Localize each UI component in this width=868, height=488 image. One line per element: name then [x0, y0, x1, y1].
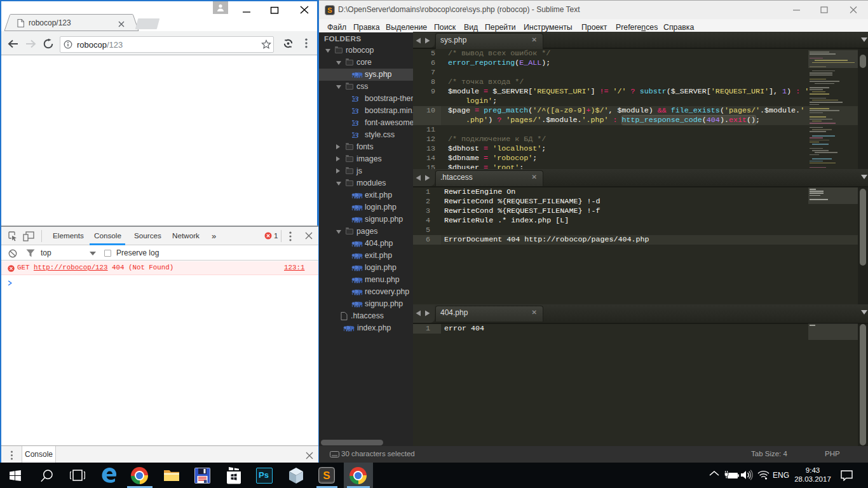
svg-text:S: S [323, 470, 330, 482]
svg-text:S: S [327, 6, 332, 14]
